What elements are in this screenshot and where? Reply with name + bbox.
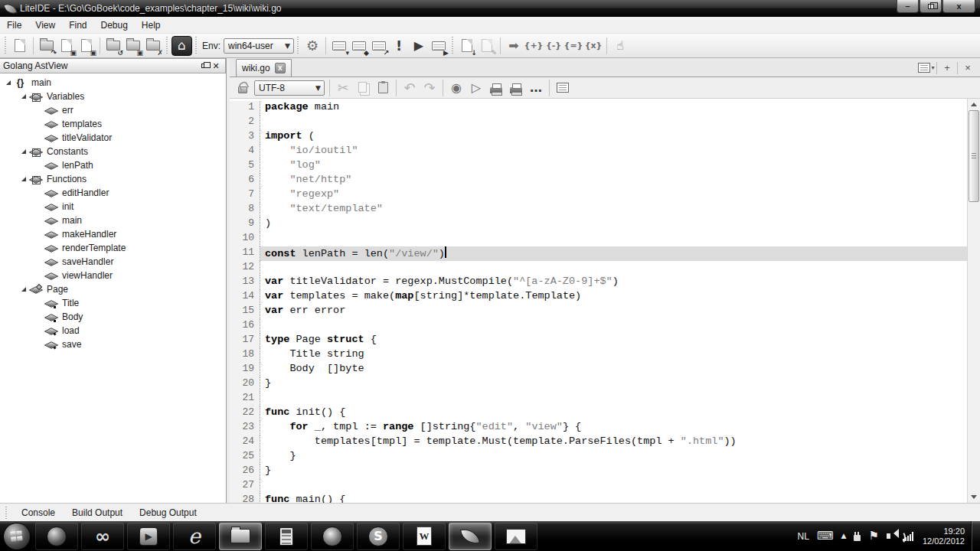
tree-item-renderTemplate[interactable]: renderTemplate [0,241,226,255]
tree-item-makeHandler[interactable]: makeHandler [0,227,226,241]
expander-icon[interactable] [21,287,26,292]
split-editor-button[interactable]: + [938,60,956,75]
tree-item-editHandler[interactable]: editHandler [0,186,226,200]
code-line[interactable]: 13var titleValidator = regexp.MustCompil… [230,276,967,290]
code-line[interactable]: 6 "net/http" [230,174,967,188]
code-line[interactable]: 16 [230,319,967,334]
taskbar-app-windows-explorer[interactable] [219,523,262,550]
taskbar-app-calculator[interactable] [265,523,308,550]
taskbar-app-app-sphere[interactable] [35,523,78,550]
code-area[interactable]: 1package main23import (4 "io/ioutil"5 "l… [230,99,980,503]
code-line[interactable]: 8 "text/template" [230,203,967,217]
print-preview-button[interactable] [506,78,526,98]
paste-button[interactable] [373,78,393,98]
close-panel-button[interactable]: ✕ [210,60,222,71]
toolbar-handle[interactable] [4,37,8,55]
save-all-button[interactable]: ▣ [77,36,96,56]
tab-wiki-go[interactable]: wiki.go x [236,59,292,77]
start-button[interactable] [3,523,31,550]
close-file-button[interactable]: ✗ [143,36,163,56]
menu-find[interactable]: Find [62,18,93,33]
save-session-button[interactable]: ▣ [123,36,143,56]
taskbar-app-firefox[interactable] [311,523,354,550]
tree-item-Title[interactable]: Title [0,296,226,310]
tree-item-Body[interactable]: Body [0,310,226,324]
tree-item-err[interactable]: err [0,103,226,117]
env-select[interactable]: win64-user▼ [224,38,294,54]
close-button[interactable]: x [942,0,975,13]
hidden-icons-button[interactable]: ▲ [841,533,847,540]
print-button[interactable] [486,78,506,98]
tree-item-load[interactable]: load [0,324,226,337]
tree-item-viewHandler[interactable]: viewHandler [0,269,226,282]
code-line[interactable]: 12 [230,261,967,276]
pan-tool-button[interactable]: ☝ [610,36,630,56]
output-tab-console[interactable]: Console [13,505,64,520]
restore-button[interactable] [920,0,942,13]
output-tab-debug-output[interactable]: Debug Output [131,505,205,520]
redo-button[interactable]: ↷ [420,78,439,98]
tree-item-Variables[interactable]: Variables [0,90,226,103]
show-desktop-button[interactable] [971,521,980,551]
taskbar-app-skype[interactable]: S [357,523,400,550]
output-bar-handle[interactable] [5,507,8,519]
code-line[interactable]: 10 [230,232,967,246]
minimize-button[interactable]: – [897,0,919,13]
open-file-button[interactable]: ↷ [37,36,57,56]
save-file-button[interactable]: ▣ [57,36,77,56]
code-line[interactable]: 18 Title string [230,348,967,363]
word-wrap-button[interactable] [553,78,573,98]
scroll-down-button[interactable] [968,491,980,503]
tree-item-main[interactable]: {}main [0,76,226,90]
code-line[interactable]: 21 [230,392,967,406]
tree-item-main[interactable]: main [0,214,226,227]
collapse-block-button[interactable]: {x} [583,36,603,56]
vertical-scrollbar[interactable] [967,99,980,503]
code-line[interactable]: 9) [230,217,967,232]
toolbar-handle[interactable] [165,37,169,55]
expander-icon[interactable] [21,177,26,181]
code-line[interactable]: 2 [230,116,967,130]
expand-all-button[interactable]: {+} [524,36,544,56]
tree-item-Functions[interactable]: Functions [0,172,226,186]
power-icon[interactable] [854,532,861,541]
export-pdf-button[interactable]: ▷ [466,78,486,98]
code-line[interactable]: 22func init() { [230,406,967,421]
tree-item-Constants[interactable]: Constants [0,145,226,158]
tree-item-init[interactable]: init [0,200,226,214]
taskbar-app-internet-explorer[interactable]: e [173,523,216,550]
collapse-all-button[interactable]: {-} [544,36,564,56]
code-line[interactable]: 23 for _, tmpl := range []string{"edit",… [230,421,967,435]
scrollbar-thumb[interactable] [969,110,979,202]
file-list-button[interactable]: ▾ [917,60,936,75]
undo-button[interactable]: ↶ [400,78,420,98]
clock[interactable]: 19:20 12/02/2012 [923,527,965,546]
file-lock-button[interactable] [233,78,253,98]
tree-item-lenPath[interactable]: lenPath [0,158,226,172]
code-line[interactable]: 28func main() { [230,494,967,503]
scroll-up-button[interactable] [968,99,980,110]
encoding-select[interactable]: UTF-8▼ [254,80,325,96]
toolbar-handle[interactable] [451,37,455,55]
expander-icon[interactable] [6,80,11,85]
menu-help[interactable]: Help [135,18,168,33]
revert-file-button[interactable]: ↺ [103,36,123,56]
code-line[interactable]: 5 "log" [230,159,967,174]
volume-icon[interactable] [887,533,895,539]
run-build-button[interactable]: ▶ [429,36,449,56]
taskbar-app-image-viewer[interactable] [495,523,537,550]
code-line[interactable]: 1package main [230,101,967,116]
edit-doc-button[interactable]: ✎ [477,36,497,56]
code-line[interactable]: 7 "regexp" [230,188,967,203]
menu-file[interactable]: File [0,18,28,33]
close-editor-button[interactable]: × [959,60,977,75]
title-bar[interactable]: LiteIDE - E:\Go\GoBoek\code_examples\cha… [0,0,980,17]
code-line[interactable]: 19 Body []byte [230,363,967,377]
code-line[interactable]: 3import ( [230,130,967,145]
cut-button[interactable]: ✂ [333,78,353,98]
menu-view[interactable]: View [28,18,62,33]
action-center-flag-icon[interactable]: ⚑ [868,530,878,542]
tree-item-saveHandler[interactable]: saveHandler [0,255,226,269]
new-file-button[interactable] [10,36,30,56]
code-line[interactable]: 14var templates = make(map[string]*templ… [230,290,967,305]
